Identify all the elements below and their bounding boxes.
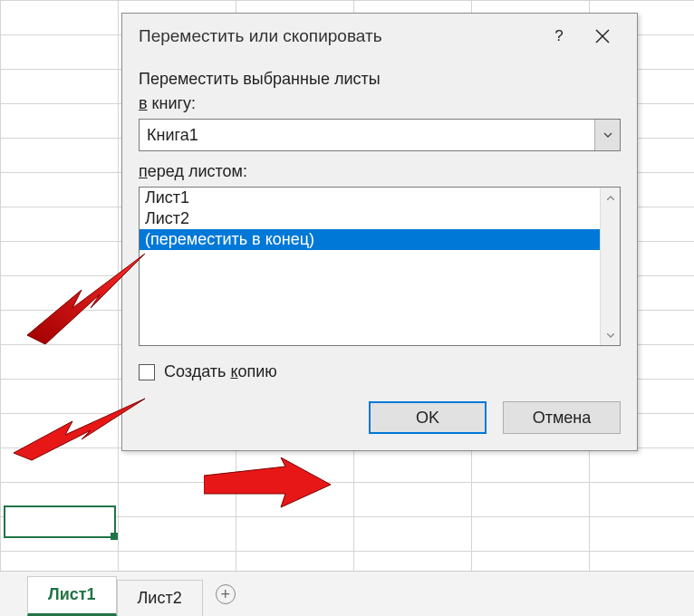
sheet-tab-bar: Лист1 Лист2 + <box>0 571 694 616</box>
scroll-down-icon[interactable] <box>602 327 619 343</box>
dialog-titlebar: Переместить или скопировать ? <box>122 14 637 59</box>
cancel-button-label: Отмена <box>533 409 592 428</box>
before-sheet-label: перед листом: <box>139 162 621 181</box>
create-copy-label: Создать копию <box>164 362 277 381</box>
scroll-up-icon[interactable] <box>602 189 619 206</box>
close-button[interactable] <box>581 14 624 58</box>
ok-button-label: OK <box>416 409 439 428</box>
sheet-tab-1[interactable]: Лист1 <box>27 576 117 616</box>
create-copy-checkbox[interactable] <box>139 364 155 380</box>
help-icon: ? <box>554 27 563 45</box>
ok-button[interactable]: OK <box>369 401 487 434</box>
dialog-body: Переместить выбранные листы в книгу: Кни… <box>122 59 637 450</box>
list-items: Лист1 Лист2 (переместить в конец) <box>140 188 600 345</box>
workbook-combo[interactable]: Книга1 <box>139 119 621 151</box>
sheet-tab-2[interactable]: Лист2 <box>117 580 203 616</box>
workbook-combo-button[interactable] <box>594 120 620 150</box>
scrollbar[interactable] <box>600 188 620 345</box>
sheet-tab-label: Лист1 <box>48 585 96 604</box>
list-item[interactable]: Лист2 <box>140 208 600 229</box>
book-label: в книгу: <box>139 94 621 113</box>
create-copy-row: Создать копию <box>139 362 621 381</box>
before-sheet-listbox[interactable]: Лист1 Лист2 (переместить в конец) <box>139 187 621 346</box>
add-sheet-button[interactable]: + <box>203 576 248 612</box>
cancel-button[interactable]: Отмена <box>503 401 621 434</box>
list-item[interactable]: Лист1 <box>140 188 600 208</box>
move-or-copy-dialog: Переместить или скопировать ? Переместит… <box>121 13 638 451</box>
sheet-tab-label: Лист2 <box>138 589 182 608</box>
dialog-title: Переместить или скопировать <box>139 26 537 46</box>
dialog-buttons: OK Отмена <box>139 401 621 434</box>
help-button[interactable]: ? <box>537 14 581 58</box>
close-icon <box>595 29 610 43</box>
plus-icon: + <box>216 584 236 604</box>
chevron-down-icon <box>603 132 612 138</box>
list-item-selected[interactable]: (переместить в конец) <box>140 229 600 250</box>
workbook-combo-value: Книга1 <box>140 126 594 145</box>
selected-cell[interactable] <box>4 505 116 538</box>
instruction-label: Переместить выбранные листы <box>139 70 621 89</box>
